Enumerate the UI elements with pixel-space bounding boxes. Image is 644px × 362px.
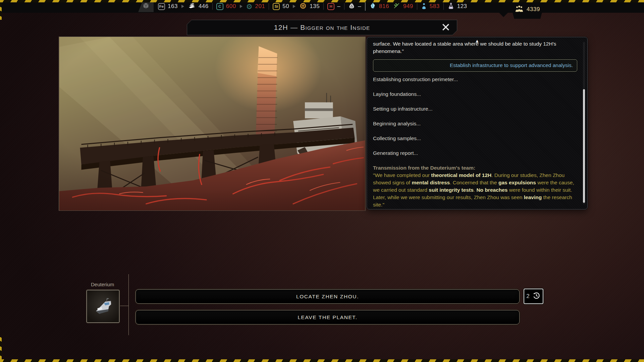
close-icon (441, 22, 450, 33)
divider (443, 3, 444, 10)
progress-line: Laying foundations... (373, 91, 577, 97)
resource-value: 600 (226, 3, 236, 10)
resource-bar-notch (499, 13, 508, 17)
resource-iron[interactable]: Fe 163 (158, 3, 178, 10)
hydrogen-icon: H (327, 3, 334, 10)
resource-value: 201 (255, 3, 265, 10)
resource-value: – (337, 3, 340, 10)
resource-bar-items: Fe 163 446 C 600 ⚙ 201 Si 50 (138, 1, 467, 12)
crate-icon (142, 2, 150, 11)
resource-value: 816 (379, 3, 389, 10)
colonist-icon (421, 2, 427, 11)
transmission-header: Transmission from the Deuterium's team: (373, 165, 577, 171)
resource-value: – (358, 3, 361, 10)
chip-icon (299, 2, 307, 11)
carbon-icon: C (216, 3, 223, 10)
resource-value: 135 (310, 3, 320, 10)
resource-value: 163 (168, 3, 178, 10)
hazard-stripe-top (0, 0, 644, 2)
iron-icon: Fe (158, 3, 165, 10)
resource-value: 949 (403, 3, 413, 10)
population-icon (515, 5, 524, 14)
progress-line: Collecting samples... (373, 135, 577, 141)
progress-line: Generating report... (373, 150, 577, 156)
resource-value: 123 (457, 3, 467, 10)
timer-clock-icon (532, 291, 541, 302)
hazard-stripe-bottom (0, 359, 644, 362)
locate-zhen-zhou-button[interactable]: LOCATE ZHEN ZHOU. (136, 289, 520, 304)
hazard-stripe-left-top (0, 2, 2, 20)
divider (323, 3, 324, 10)
water-icon (369, 2, 376, 11)
event-artwork (59, 37, 366, 211)
gear-icon: ⚙ (246, 3, 253, 10)
divider (417, 3, 417, 10)
resource-colonists[interactable]: 583 (421, 2, 440, 11)
silicon-icon: Si (273, 3, 280, 10)
option-timer-badge: 2 (524, 289, 543, 304)
leave-planet-button[interactable]: LEAVE THE PLANET. (136, 310, 520, 324)
close-button[interactable] (439, 21, 452, 34)
chevron-right-icon (181, 5, 184, 8)
resource-value: 50 (282, 3, 289, 10)
selected-option-button[interactable]: Establish infrastructure to support adva… (373, 59, 577, 72)
resource-science[interactable]: 123 (447, 2, 467, 11)
chevron-right-icon (240, 5, 243, 8)
resource-electronics[interactable]: 135 (299, 2, 320, 11)
resource-waste[interactable]: – (348, 2, 361, 11)
connector-line-vertical (128, 274, 129, 335)
event-title-bar: 12H — Bigger on the Inside (187, 20, 457, 35)
connector-line-horizontal (119, 306, 128, 306)
resource-value: 583 (430, 3, 440, 10)
spaceship-icon (88, 291, 118, 322)
scrollbar-thumb[interactable] (583, 89, 585, 203)
event-log-panel: ▲ surface. We have located a stable area… (367, 37, 588, 209)
resource-food[interactable]: 949 (393, 2, 413, 11)
resource-hydrogen[interactable]: H – (327, 3, 340, 10)
resource-value: 4339 (527, 6, 540, 13)
game-screen: Fe 163 446 C 600 ⚙ 201 Si 50 (0, 0, 644, 362)
resource-water[interactable]: 816 (369, 2, 389, 11)
hazard-stripe-left-bottom (0, 337, 2, 359)
wheat-icon (393, 2, 400, 11)
progress-line: Beginning analysis... (373, 121, 577, 127)
ship-name-label: Deuterium (91, 282, 114, 287)
timer-value: 2 (526, 293, 529, 300)
resource-silicon[interactable]: Si 50 (273, 3, 289, 10)
resource-steel[interactable]: 446 (188, 2, 209, 11)
mars-research-site-illustration (59, 37, 365, 210)
scroll-up-icon[interactable]: ▲ (475, 38, 480, 44)
population-tab[interactable]: 4339 (509, 0, 545, 19)
resource-carbon[interactable]: C 600 (216, 3, 236, 10)
transmission-body: "We have completed our theoretical model… (373, 172, 577, 208)
event-title: 12H — Bigger on the Inside (274, 23, 370, 32)
steel-plates-icon (188, 2, 196, 11)
divider (344, 3, 344, 10)
resource-value: 446 (199, 3, 209, 10)
scrollbar-track[interactable] (583, 42, 585, 204)
progress-line: Setting up infrastructure... (373, 106, 577, 112)
flask-icon (447, 2, 454, 11)
resource-parts[interactable]: ⚙ 201 (246, 3, 265, 10)
divider (212, 3, 213, 10)
ship-portrait[interactable] (87, 290, 119, 323)
divider (269, 3, 269, 10)
storage-tab[interactable] (138, 1, 154, 12)
waste-bag-icon (348, 2, 355, 11)
progress-line: Establishing construction perimeter... (373, 76, 577, 82)
chevron-right-icon (293, 5, 296, 8)
divider-strong (365, 2, 366, 11)
